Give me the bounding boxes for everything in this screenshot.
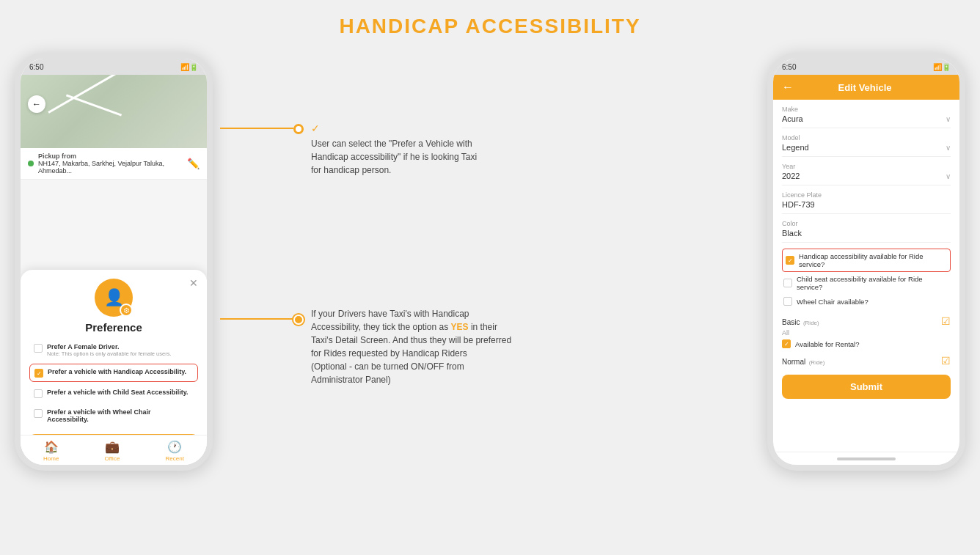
annotation-text-bottom: If your Drivers have Taxi's with Handica…	[311, 307, 516, 386]
close-icon[interactable]: ✕	[189, 277, 198, 289]
submit-button[interactable]: Submit	[782, 375, 951, 399]
home-indicator-bar-right	[773, 452, 959, 465]
basic-label: Basic	[782, 318, 800, 326]
annotation-top: ✓ User can select the "Prefer a Vehicle …	[220, 122, 760, 177]
licence-field: Licence Plate HDF-739	[782, 191, 951, 214]
status-time-left: 6:50	[29, 63, 43, 71]
annotation-text-bottom-highlight: YES	[451, 322, 469, 332]
annotation-text-bottom-p1: If your Drivers have Taxi's with Handica…	[311, 309, 469, 332]
handicap-check-item[interactable]: ✓ Handicap accessibility available for R…	[782, 249, 951, 272]
left-phone-mockup: 6:50 📶🔋 ← Pickup from NH147, Makarba, Sa…	[15, 53, 213, 471]
childseat-check-label: Child seat accessibility available for R…	[797, 275, 949, 291]
pref-item-childseat[interactable]: Prefer a vehicle with Child Seat Accessi…	[29, 385, 198, 402]
nav-home-label: Home	[43, 455, 59, 462]
pref-handicap-label: Prefer a vehicle with Handicap Accessibi…	[48, 368, 186, 375]
avatar-person-icon: 👤	[104, 288, 124, 307]
preference-list: Prefer A Female Driver. Note: This optio…	[29, 339, 198, 427]
nav-recent-label: Recent	[166, 455, 184, 462]
pref-childseat-label: Prefer a vehicle with Child Seat Accessi…	[47, 389, 189, 396]
left-phone-screen: ← Pickup from NH147, Makarba, Sarkhej, V…	[21, 75, 207, 465]
pref-female-note: Note: This option is only available for …	[47, 350, 172, 357]
nav-home[interactable]: 🏠 Home	[43, 440, 59, 462]
status-icons-right: 📶🔋	[933, 63, 951, 71]
normal-label: Normal	[782, 358, 805, 366]
nav-recent[interactable]: 🕐 Recent	[166, 440, 184, 462]
color-value: Black	[782, 229, 802, 238]
avatar: 👤 ⚙	[95, 279, 133, 317]
annotation-bottom: If your Drivers have Taxi's with Handica…	[220, 307, 760, 386]
arrow-line-bottom	[220, 318, 293, 320]
make-field: Make Acura ∨	[782, 106, 951, 128]
year-chevron-icon[interactable]: ∨	[946, 172, 951, 180]
year-label: Year	[782, 163, 951, 170]
wheelchair-check-item[interactable]: Wheel Chair available?	[782, 294, 951, 309]
model-chevron-icon[interactable]: ∨	[946, 144, 951, 152]
home-icon: 🏠	[44, 440, 59, 454]
pref-female-label: Prefer A Female Driver.	[47, 343, 172, 350]
childseat-checkbox[interactable]	[783, 279, 792, 287]
pref-checkbox-female[interactable]	[34, 344, 43, 353]
right-phone-mockup: 6:50 📶🔋 ← Edit Vehicle Make Acura ∨ Mode…	[767, 53, 965, 471]
pref-checkbox-handicap[interactable]: ✓	[34, 369, 43, 378]
arrow-line-top	[220, 128, 293, 129]
handicap-checkbox[interactable]: ✓	[786, 256, 794, 265]
make-value: Acura	[782, 114, 803, 123]
childseat-check-item[interactable]: Child seat accessibility available for R…	[782, 272, 951, 294]
year-value: 2022	[782, 172, 800, 180]
status-bar-left: 6:50 📶🔋	[21, 59, 207, 75]
map-area: ←	[21, 75, 207, 148]
make-label: Make	[782, 106, 951, 113]
pickup-address-text: NH147, Makarba, Sarkhej, Vejalpur Taluka…	[38, 160, 164, 174]
normal-sub: (Ride)	[809, 359, 825, 366]
pickup-label: Pickup from	[38, 152, 183, 160]
pref-checkbox-wheelchair[interactable]	[34, 409, 43, 418]
bottom-nav: 🏠 Home 💼 Office 🕐 Recent	[21, 435, 207, 465]
home-indicator-right	[837, 457, 896, 460]
annotation-area: ✓ User can select the "Prefer a Vehicle …	[213, 78, 767, 445]
pref-item-handicap[interactable]: ✓ Prefer a vehicle with Handicap Accessi…	[29, 364, 198, 382]
nav-office-label: Office	[105, 455, 120, 462]
basic-all-label: All	[782, 329, 951, 337]
preference-title: Preference	[29, 321, 198, 334]
pref-item-female[interactable]: Prefer A Female Driver. Note: This optio…	[29, 339, 198, 361]
gear-icon: ⚙	[120, 304, 133, 317]
back-button-left[interactable]: ←	[28, 95, 45, 113]
handicap-check-label: Handicap accessibility available for Rid…	[799, 252, 947, 268]
avatar-area: 👤 ⚙	[29, 279, 198, 317]
accessibility-checkboxes: ✓ Handicap accessibility available for R…	[782, 249, 951, 309]
basic-check-icon: ☑	[941, 315, 951, 327]
pickup-dot	[28, 161, 34, 166]
recent-icon: 🕐	[167, 440, 182, 454]
wheelchair-checkbox[interactable]	[783, 297, 792, 306]
color-field: Color Black	[782, 220, 951, 243]
basic-sub: (Ride)	[803, 320, 819, 326]
wheelchair-check-label: Wheel Chair available?	[797, 298, 869, 306]
model-field: Model Legend ∨	[782, 134, 951, 157]
annotation-dot-top	[293, 124, 304, 134]
page-title: HANDICAP ACCESSIBILITY	[339, 15, 640, 38]
licence-value: HDF-739	[782, 200, 815, 209]
model-label: Model	[782, 134, 951, 141]
pref-checkbox-childseat[interactable]	[34, 389, 43, 398]
status-bar-right: 6:50 📶🔋	[773, 59, 959, 75]
edit-icon[interactable]: ✏️	[187, 158, 200, 169]
notch	[92, 59, 136, 69]
pref-item-wheelchair[interactable]: Prefer a vehicle with Wheel Chair Access…	[29, 405, 198, 427]
rental-checkbox[interactable]: ✓	[782, 339, 791, 348]
office-icon: 💼	[105, 440, 120, 454]
edit-vehicle-title: Edit Vehicle	[800, 82, 930, 93]
check-icon-top: ✓	[311, 122, 320, 134]
color-label: Color	[782, 220, 951, 227]
normal-check-icon: ☑	[941, 355, 951, 367]
nav-office[interactable]: 💼 Office	[105, 440, 120, 462]
normal-section: Normal (Ride) ☑	[782, 354, 951, 367]
rental-label: Available for Rental?	[795, 340, 860, 348]
make-chevron-icon[interactable]: ∨	[946, 115, 951, 123]
basic-section: Basic (Ride) ☑ All ✓ Available for Renta…	[782, 315, 951, 348]
rental-item[interactable]: ✓ Available for Rental?	[782, 339, 951, 348]
status-time-right: 6:50	[782, 63, 796, 71]
pref-wheelchair-label: Prefer a vehicle with Wheel Chair Access…	[47, 408, 194, 423]
model-value: Legend	[782, 143, 809, 152]
back-button-right[interactable]: ←	[782, 81, 794, 94]
pickup-address: Pickup from NH147, Makarba, Sarkhej, Vej…	[38, 152, 183, 174]
